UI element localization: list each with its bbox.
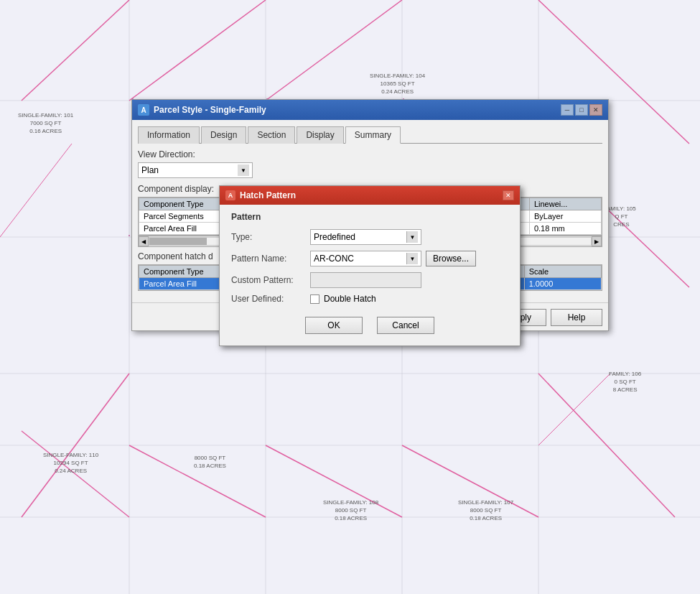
title-buttons: ─ □ ✕ (561, 104, 602, 116)
svg-line-10 (129, 0, 266, 101)
dialog-tabs: Information Design Section Display Summa… (138, 126, 602, 144)
user-defined-label: User Defined: (231, 294, 310, 304)
view-direction-label: View Direction: (138, 149, 602, 159)
scroll-thumb[interactable] (149, 238, 207, 245)
type-dropdown[interactable]: Predefined ▼ (310, 229, 421, 245)
tab-display[interactable]: Display (297, 126, 343, 144)
pattern-name-dropdown[interactable]: AR-CONC ▼ (310, 251, 421, 266)
title-left: A Parcel Style - Single-Family (138, 104, 266, 116)
hatch-body: Pattern Type: Predefined ▼ Pattern Name:… (220, 205, 520, 345)
cad-label-108: SINGLE-FAMILY: 108 8000 SQ FT 0.18 ACRES (323, 498, 378, 523)
type-label: Type: (231, 232, 310, 242)
hatch-title-left: A Hatch Pattern (225, 190, 296, 200)
pattern-name-row: Pattern Name: AR-CONC ▼ Browse... (231, 251, 508, 266)
scroll-left-arrow[interactable]: ◀ (139, 236, 149, 246)
tab-information[interactable]: Information (138, 126, 200, 144)
cad-label-101: SINGLE-FAMILY: 101 7000 SQ FT 0.16 ACRES (18, 111, 73, 136)
cad-label-106: FAMILY: 106 0 SQ FT 8 ACRES (609, 370, 641, 394)
dialog-titlebar: A Parcel Style - Single-Family ─ □ ✕ (132, 100, 608, 120)
cell-hatch-scale: 1.0000 (524, 278, 601, 290)
tab-section[interactable]: Section (248, 126, 295, 144)
browse-button[interactable]: Browse... (426, 251, 476, 266)
help-button[interactable]: Help (551, 309, 602, 326)
double-hatch-checkbox[interactable] (310, 294, 319, 304)
hatch-app-icon: A (225, 190, 235, 200)
dropdown-arrow-icon: ▼ (238, 164, 249, 176)
hatch-close-button[interactable]: ✕ (503, 190, 514, 200)
hatch-pattern-dialog: A Hatch Pattern ✕ Pattern Type: Predefin… (219, 185, 521, 346)
custom-pattern-row: Custom Pattern: (231, 272, 508, 288)
dialog-title: Parcel Style - Single-Family (154, 105, 266, 115)
view-direction-row: Plan ▼ (138, 162, 602, 178)
user-defined-row: User Defined: Double Hatch (231, 294, 508, 304)
svg-point-26 (129, 235, 130, 236)
cell-lineweight: 0.18 mm (529, 223, 601, 235)
cad-label-sqft: 8000 SQ FT 0.18 ACRES (194, 454, 226, 470)
type-dropdown-arrow: ▼ (406, 231, 418, 243)
maximize-button[interactable]: □ (575, 104, 588, 116)
cad-label-110: SINGLE-FAMILY: 110 10294 SQ FT 0.24 ACRE… (43, 451, 98, 475)
view-direction-dropdown[interactable]: Plan ▼ (138, 162, 253, 178)
pattern-name-label: Pattern Name: (231, 254, 310, 264)
hatch-pattern-section: Pattern (231, 212, 508, 222)
col-lineweight: Linewei... (529, 198, 601, 210)
hatch-titlebar: A Hatch Pattern ✕ (220, 186, 520, 205)
cad-label-107: SINGLE-FAMILY: 107 8000 SQ FT 0.18 ACRES (458, 498, 513, 523)
custom-pattern-input[interactable] (310, 272, 421, 288)
pattern-dropdown-arrow: ▼ (406, 253, 418, 264)
view-direction-section: View Direction: Plan ▼ (138, 149, 602, 178)
tab-summary[interactable]: Summary (345, 126, 401, 144)
svg-line-20 (0, 144, 72, 237)
type-row: Type: Predefined ▼ (231, 229, 508, 245)
svg-line-9 (22, 0, 129, 101)
custom-pattern-label: Custom Pattern: (231, 275, 310, 285)
hatch-dialog-title: Hatch Pattern (240, 190, 296, 200)
double-hatch-row: Double Hatch (310, 294, 376, 304)
cad-label-105: AMILY: 105 Q FT CRES (607, 205, 636, 229)
hatch-dialog-buttons: OK Cancel (231, 310, 508, 338)
hatch-cancel-button[interactable]: Cancel (377, 317, 434, 334)
double-hatch-label: Double Hatch (324, 294, 376, 304)
tab-design[interactable]: Design (201, 126, 246, 144)
hatch-ok-button[interactable]: OK (305, 317, 363, 334)
minimize-button[interactable]: ─ (561, 104, 574, 116)
close-button[interactable]: ✕ (589, 104, 602, 116)
dialog-app-icon: A (138, 104, 149, 116)
scroll-right-arrow[interactable]: ▶ (592, 236, 602, 246)
cad-label-104: SINGLE-FAMILY: 104 10365 SQ FT 0.24 ACRE… (370, 72, 425, 96)
cell-lineweight: ByLayer (529, 210, 601, 223)
hatch-col-scale: Scale (524, 266, 601, 278)
